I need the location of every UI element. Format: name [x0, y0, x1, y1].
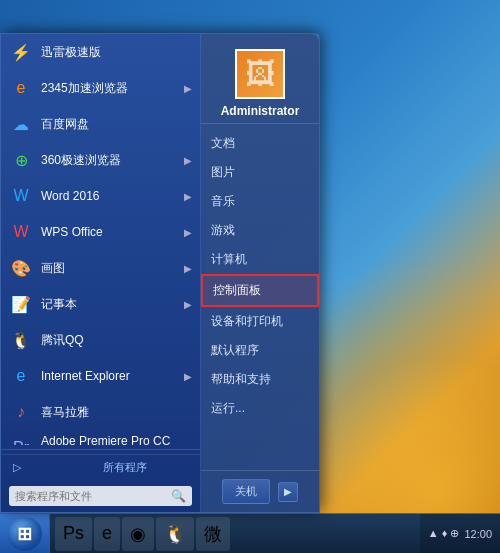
menu-item-wps[interactable]: WWPS Office▶ — [1, 214, 200, 250]
right-item-computer[interactable]: 计算机 — [201, 245, 319, 274]
baidu-label: 百度网盘 — [41, 116, 192, 133]
user-avatar: 🖼 — [235, 49, 285, 99]
shutdown-arrow-button[interactable]: ▶ — [278, 482, 298, 502]
menu-right-panel: 🖼 Administrator 文档图片音乐游戏计算机控制面板设备和打印机默认程… — [201, 34, 319, 512]
menu-item-paint[interactable]: 🎨画图▶ — [1, 250, 200, 286]
tray-icons: ▲ ♦ ⊕ — [428, 527, 460, 540]
word-icon: W — [9, 184, 33, 208]
menu-item-qq[interactable]: 🐧腾讯QQ — [1, 322, 200, 358]
search-icon: 🔍 — [171, 489, 186, 503]
360-icon: ⊕ — [9, 148, 33, 172]
menu-item-ie[interactable]: eInternet Explorer▶ — [1, 358, 200, 394]
pr-label: Adobe Premiere Pro CC 2018 — [41, 434, 192, 445]
start-orb: ⊞ — [8, 517, 42, 551]
wps-icon: W — [9, 220, 33, 244]
menu-separator-1 — [1, 449, 200, 450]
notepad-label: 记事本 — [41, 296, 176, 313]
tray-time: 12:00 — [464, 528, 492, 540]
taskbar-tray: ▲ ♦ ⊕ 12:00 — [420, 514, 500, 553]
thunder-label: 迅雷极速版 — [41, 44, 192, 61]
ie-icon: e — [9, 364, 33, 388]
360-arrow-icon: ▶ — [184, 155, 192, 166]
pr-icon: Pr — [9, 436, 33, 445]
start-button[interactable]: ⊞ — [0, 514, 50, 554]
search-bar[interactable]: 🔍 — [9, 486, 192, 506]
thunder-icon: ⚡ — [9, 40, 33, 64]
taskbar-item-weibo[interactable]: 微 — [196, 517, 230, 551]
qq-label: 腾讯QQ — [41, 332, 192, 349]
right-item-documents[interactable]: 文档 — [201, 129, 319, 158]
all-programs-label: 所有程序 — [103, 460, 193, 475]
taskbar-item-ps[interactable]: Ps — [55, 517, 92, 551]
all-programs-item[interactable]: ▷ 所有程序 — [1, 454, 200, 480]
menu-left-items: ⚡迅雷极速版e2345加速浏览器▶☁百度网盘⊕360极速浏览器▶WWord 20… — [1, 34, 200, 445]
qq-taskbar-icon: 🐧 — [164, 523, 186, 545]
right-item-devices[interactable]: 设备和打印机 — [201, 307, 319, 336]
baidu-icon: ☁ — [9, 112, 33, 136]
right-item-pictures[interactable]: 图片 — [201, 158, 319, 187]
menu-item-thunder[interactable]: ⚡迅雷极速版 — [1, 34, 200, 70]
menu-footer: 关机 ▶ — [201, 470, 319, 512]
wps-arrow-icon: ▶ — [184, 227, 192, 238]
2345-label: 2345加速浏览器 — [41, 80, 176, 97]
paint-arrow-icon: ▶ — [184, 263, 192, 274]
menu-right-items: 文档图片音乐游戏计算机控制面板设备和打印机默认程序帮助和支持运行... — [201, 124, 319, 470]
user-header: 🖼 Administrator — [201, 34, 319, 124]
ximalaya-icon: ♪ — [9, 400, 33, 424]
taskbar-item-browser[interactable]: ◉ — [122, 517, 154, 551]
search-input[interactable] — [15, 490, 167, 502]
menu-item-2345[interactable]: e2345加速浏览器▶ — [1, 70, 200, 106]
menu-left-panel: ⚡迅雷极速版e2345加速浏览器▶☁百度网盘⊕360极速浏览器▶WWord 20… — [1, 34, 201, 512]
start-menu: ⚡迅雷极速版e2345加速浏览器▶☁百度网盘⊕360极速浏览器▶WWord 20… — [0, 33, 320, 513]
360-label: 360极速浏览器 — [41, 152, 176, 169]
taskbar: ⊞ Pse◉🐧微 ▲ ♦ ⊕ 12:00 — [0, 513, 500, 553]
shutdown-button[interactable]: 关机 — [222, 479, 270, 504]
word-arrow-icon: ▶ — [184, 191, 192, 202]
right-item-control-panel[interactable]: 控制面板 — [201, 274, 319, 307]
taskbar-item-qq[interactable]: 🐧 — [156, 517, 194, 551]
menu-item-notepad[interactable]: 📝记事本▶ — [1, 286, 200, 322]
2345-arrow-icon: ▶ — [184, 83, 192, 94]
right-item-games[interactable]: 游戏 — [201, 216, 319, 245]
taskbar-items: Pse◉🐧微 — [50, 517, 420, 551]
menu-item-word[interactable]: WWord 2016▶ — [1, 178, 200, 214]
notepad-icon: 📝 — [9, 292, 33, 316]
ie-label: Internet Explorer — [41, 369, 176, 383]
paint-label: 画图 — [41, 260, 176, 277]
taskbar-item-ie[interactable]: e — [94, 517, 120, 551]
2345-icon: e — [9, 76, 33, 100]
qq-icon: 🐧 — [9, 328, 33, 352]
browser-taskbar-icon: ◉ — [130, 523, 146, 545]
right-item-help[interactable]: 帮助和支持 — [201, 365, 319, 394]
desktop: ⚡迅雷极速版e2345加速浏览器▶☁百度网盘⊕360极速浏览器▶WWord 20… — [0, 0, 500, 553]
menu-item-ximalaya[interactable]: ♪喜马拉雅 — [1, 394, 200, 430]
ximalaya-label: 喜马拉雅 — [41, 404, 192, 421]
ie-taskbar-icon: e — [102, 523, 112, 544]
right-item-run[interactable]: 运行... — [201, 394, 319, 423]
right-item-defaults[interactable]: 默认程序 — [201, 336, 319, 365]
weibo-taskbar-icon: 微 — [204, 522, 222, 546]
menu-item-baidu[interactable]: ☁百度网盘 — [1, 106, 200, 142]
all-programs-icon: ▷ — [13, 461, 103, 474]
menu-item-pr[interactable]: PrAdobe Premiere Pro CC 2018 — [1, 430, 200, 445]
user-name: Administrator — [221, 104, 300, 118]
word-label: Word 2016 — [41, 189, 176, 203]
wps-label: WPS Office — [41, 225, 176, 239]
ps-taskbar-icon: Ps — [63, 523, 84, 544]
right-item-music[interactable]: 音乐 — [201, 187, 319, 216]
paint-icon: 🎨 — [9, 256, 33, 280]
notepad-arrow-icon: ▶ — [184, 299, 192, 310]
menu-item-360[interactable]: ⊕360极速浏览器▶ — [1, 142, 200, 178]
ie-arrow-icon: ▶ — [184, 371, 192, 382]
avatar-image: 🖼 — [245, 57, 275, 91]
